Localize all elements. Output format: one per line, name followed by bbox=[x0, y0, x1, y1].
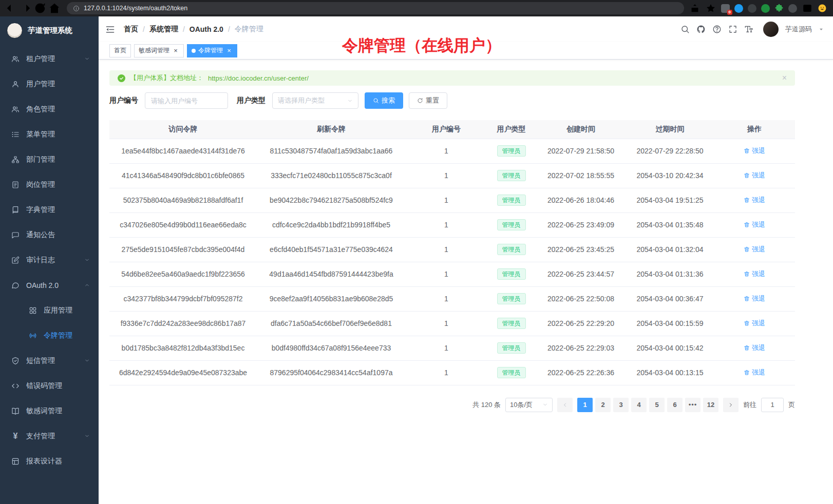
sidebar-item-tenant[interactable]: 租户管理 bbox=[0, 46, 99, 71]
extension-dark2-icon[interactable] bbox=[788, 4, 797, 13]
collapse-sidebar-icon[interactable] bbox=[105, 25, 115, 34]
breadcrumb-system[interactable]: 系统管理 bbox=[149, 25, 178, 34]
search-button[interactable]: 搜索 bbox=[365, 92, 403, 109]
chevron-down-icon bbox=[542, 402, 548, 408]
sidebar-item-oauth2-token[interactable]: 令牌管理 bbox=[0, 323, 99, 348]
sidebar-item-menu[interactable]: 菜单管理 bbox=[0, 122, 99, 147]
sidebar-item-sensitive-word[interactable]: 敏感词管理 bbox=[0, 398, 99, 423]
pager-page-12[interactable]: 12 bbox=[703, 398, 718, 412]
chevron-down-icon bbox=[347, 98, 353, 104]
create-time-cell: 2022-07-29 21:58:50 bbox=[536, 139, 626, 163]
force-logout-button[interactable]: 强退 bbox=[744, 171, 765, 180]
extension-green-icon[interactable] bbox=[761, 4, 770, 13]
extensions-puzzle-icon[interactable] bbox=[774, 4, 784, 13]
forward-icon[interactable] bbox=[18, 2, 33, 15]
breadcrumb-home[interactable]: 首页 bbox=[124, 25, 138, 34]
create-time-cell: 2022-06-25 22:50:08 bbox=[536, 286, 626, 311]
sidebar-item-audit-log[interactable]: 审计日志 bbox=[0, 247, 99, 273]
col-user-type: 用户类型 bbox=[487, 120, 536, 139]
extension-dark-icon[interactable] bbox=[748, 4, 756, 13]
github-icon[interactable] bbox=[696, 25, 706, 34]
force-logout-button[interactable]: 强退 bbox=[744, 196, 765, 205]
trash-icon bbox=[744, 345, 750, 351]
expire-time-cell: 2054-03-04 01:31:36 bbox=[626, 262, 714, 286]
tab-sensitive-word[interactable]: 敏感词管理 × bbox=[134, 44, 184, 57]
pager-page-4[interactable]: 4 bbox=[631, 398, 647, 412]
close-icon[interactable]: × bbox=[172, 47, 179, 54]
force-logout-button[interactable]: 强退 bbox=[744, 343, 765, 353]
fullscreen-icon[interactable] bbox=[728, 25, 737, 34]
reset-button[interactable]: 重置 bbox=[409, 92, 447, 109]
sidebar-item-notice[interactable]: 通知公告 bbox=[0, 222, 99, 247]
refresh-token-cell: 8796295f04064c2983414cc54af1097a bbox=[257, 360, 406, 385]
users-icon bbox=[11, 105, 20, 113]
sidebar-item-pay[interactable]: ¥支付管理 bbox=[0, 423, 99, 449]
user-type-select[interactable]: 请选择用户类型 bbox=[272, 92, 358, 109]
pager-page-2[interactable]: 2 bbox=[595, 398, 611, 412]
pager-prev-button[interactable] bbox=[557, 398, 573, 412]
user-name[interactable]: 芋道源码 bbox=[785, 25, 812, 34]
caret-down-icon[interactable] bbox=[819, 27, 824, 32]
pager-page-1[interactable]: 1 bbox=[577, 398, 593, 412]
site-info-icon[interactable] bbox=[73, 5, 80, 12]
goto-page-input[interactable] bbox=[761, 398, 784, 412]
user-avatar[interactable] bbox=[763, 22, 779, 37]
breadcrumb: 首页 / 系统管理 / OAuth 2.0 / 令牌管理 bbox=[124, 25, 263, 34]
font-size-icon[interactable] bbox=[744, 25, 753, 34]
app-logo[interactable]: 芋道管理系统 bbox=[0, 16, 99, 44]
url-bar[interactable]: 127.0.0.1:1024/system/oauth2/token bbox=[67, 2, 684, 14]
alert-close-icon[interactable]: × bbox=[782, 73, 787, 83]
code-icon bbox=[11, 382, 20, 390]
force-logout-button[interactable]: 强退 bbox=[744, 146, 765, 156]
extension-badge-icon[interactable]: 0 bbox=[721, 4, 730, 13]
profile-avatar-icon[interactable] bbox=[818, 4, 827, 13]
chevron-down-icon bbox=[84, 358, 90, 363]
chevron-down-icon bbox=[84, 257, 90, 263]
force-logout-button[interactable]: 强退 bbox=[744, 220, 765, 229]
search-icon[interactable] bbox=[680, 25, 690, 34]
sidebar-item-report[interactable]: 报表设计器 bbox=[0, 449, 99, 474]
sidebar-item-oauth2-app[interactable]: 应用管理 bbox=[0, 298, 99, 323]
bookmark-star-icon[interactable] bbox=[705, 2, 716, 15]
help-icon[interactable] bbox=[712, 25, 722, 34]
sidebar-item-oauth2[interactable]: OAuth 2.0 bbox=[0, 273, 99, 298]
pager-page-6[interactable]: 6 bbox=[667, 398, 683, 412]
pager-more-button[interactable]: ••• bbox=[685, 398, 701, 412]
back-icon[interactable] bbox=[4, 2, 18, 15]
expire-time-cell: 2022-07-29 22:28:50 bbox=[626, 139, 714, 163]
breadcrumb-oauth[interactable]: OAuth 2.0 bbox=[190, 25, 223, 33]
pager-page-5[interactable]: 5 bbox=[649, 398, 665, 412]
force-logout-button[interactable]: 强退 bbox=[744, 269, 765, 279]
tab-home[interactable]: 首页 bbox=[109, 44, 131, 57]
share-icon[interactable] bbox=[689, 2, 701, 15]
pager-page-3[interactable]: 3 bbox=[613, 398, 629, 412]
page-size-select[interactable]: 10条/页 bbox=[505, 398, 553, 412]
app-title: 芋道管理系统 bbox=[28, 26, 72, 35]
user-id-input[interactable] bbox=[145, 92, 228, 109]
sidebar-item-role[interactable]: 角色管理 bbox=[0, 96, 99, 122]
user-type-tag: 管理员 bbox=[497, 219, 526, 230]
force-logout-button[interactable]: 强退 bbox=[744, 368, 765, 377]
force-logout-button[interactable]: 强退 bbox=[744, 319, 765, 328]
force-logout-button[interactable]: 强退 bbox=[744, 245, 765, 254]
reload-icon[interactable] bbox=[33, 2, 47, 15]
sidebar-item-error-code[interactable]: 错误码管理 bbox=[0, 373, 99, 398]
sidebar-item-sms[interactable]: 短信管理 bbox=[0, 348, 99, 373]
sidebar-item-post[interactable]: 岗位管理 bbox=[0, 172, 99, 197]
close-icon[interactable]: × bbox=[225, 47, 233, 54]
extension-blue-icon[interactable] bbox=[734, 4, 743, 13]
sidebar-item-dict[interactable]: 字典管理 bbox=[0, 197, 99, 222]
pager-next-button[interactable] bbox=[723, 398, 739, 412]
doc-link[interactable]: https://doc.iocoder.cn/user-center/ bbox=[208, 74, 309, 82]
home-icon[interactable] bbox=[47, 2, 62, 15]
sidebar-item-label: 令牌管理 bbox=[44, 331, 90, 340]
sidebar-item-user[interactable]: 用户管理 bbox=[0, 71, 99, 96]
sidebar-item-dept[interactable]: 部门管理 bbox=[0, 147, 99, 172]
user-id-cell: 1 bbox=[406, 311, 487, 336]
chevron-down-icon bbox=[84, 433, 90, 439]
force-logout-button[interactable]: 强退 bbox=[744, 294, 765, 303]
split-view-icon[interactable] bbox=[802, 2, 813, 15]
refresh-token-cell: dfa6c71a50a54c66bef706ef9e6e8d81 bbox=[257, 311, 406, 336]
tab-token[interactable]: 令牌管理 × bbox=[187, 44, 237, 57]
user-type-tag: 管理员 bbox=[497, 342, 526, 354]
